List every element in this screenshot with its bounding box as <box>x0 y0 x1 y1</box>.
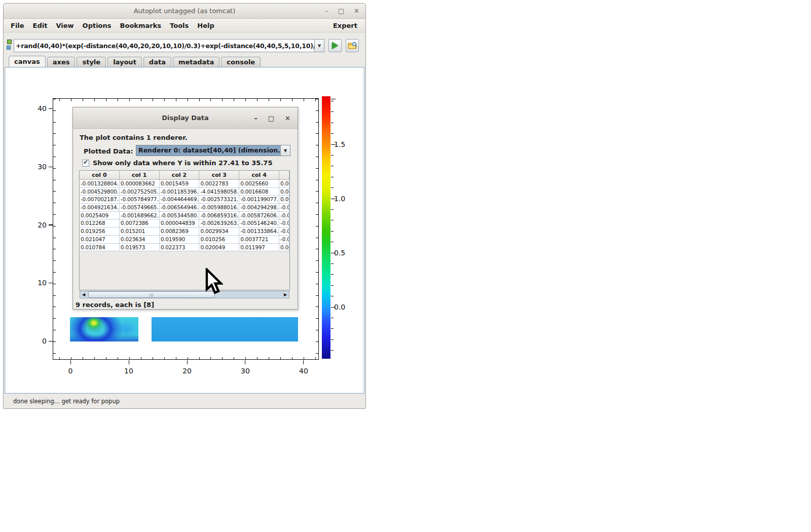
table-cell: 0.012268 <box>80 219 120 227</box>
check-icon: ✔ <box>83 159 88 166</box>
table-row[interactable]: -0.004921634...-0.005749665...-0.0065649… <box>80 204 289 212</box>
uri-input[interactable]: +rand(40,40)*(exp(-distance(40,40,20,20,… <box>14 39 315 52</box>
table-cell: 0.021047 <box>80 236 120 244</box>
menu-item-bookmarks[interactable]: Bookmarks <box>120 22 162 29</box>
data-table: col 0col 1col 2col 3col 4 -0.001328804..… <box>79 170 290 290</box>
scroll-thumb[interactable] <box>88 291 215 298</box>
filter-label: Show only data where Y is within 27.41 t… <box>93 159 272 167</box>
table-row[interactable]: 0.0107840.0195730.0223730.0200490.011997… <box>80 244 289 252</box>
heatmap-fragment-right <box>152 317 298 341</box>
scroll-left-button[interactable]: ◀ <box>80 291 87 298</box>
table-cell: 0.011997 <box>239 244 279 252</box>
expert-toggle[interactable]: Expert <box>333 22 357 29</box>
menu-item-tools[interactable]: Tools <box>170 22 189 29</box>
chevron-down-icon: ▼ <box>318 44 321 48</box>
table-header-cell[interactable]: col 1 <box>120 171 160 180</box>
tab-console[interactable]: console <box>221 57 261 67</box>
table-cell: 0.0016608 <box>239 188 279 196</box>
table-cell: -0.0 <box>279 227 289 236</box>
menu-item-edit[interactable]: Edit <box>33 22 48 29</box>
table-cell: 0.00 <box>279 188 289 196</box>
menu-item-file[interactable]: File <box>11 22 24 29</box>
x-axis-tick-label: 20 <box>182 367 192 375</box>
scroll-track[interactable] <box>87 291 282 298</box>
table-cell: 0.000083662 <box>120 180 160 188</box>
scroll-right-button[interactable]: ▶ <box>282 291 289 298</box>
table-cell: 0.010784 <box>80 244 120 252</box>
dialog-close-icon[interactable]: ✕ <box>285 115 290 122</box>
table-row[interactable]: -0.004529800...-0.002752505...-0.0011853… <box>80 188 289 196</box>
table-header-cell[interactable]: col 2 <box>160 171 200 180</box>
table-header-cell[interactable]: col 4 <box>239 171 279 180</box>
uri-text: +rand(40,40)*(exp(-distance(40,40,20,20,… <box>16 42 315 50</box>
menu-item-help[interactable]: Help <box>197 22 214 29</box>
plotted-data-label: Plotted Data: <box>84 147 133 155</box>
scroll-right-icon: ▶ <box>284 292 287 297</box>
plotted-data-value: Renderer 0: dataset[40,40] (dimension... <box>136 145 280 156</box>
table-row[interactable]: 0.0192560.0152010.00823690.0029934-0.001… <box>80 227 289 236</box>
table-row[interactable]: 0.0122680.00723860.000044839-0.002639263… <box>80 219 289 227</box>
display-data-dialog: Display Data – □ ✕ The plot contains 1 r… <box>72 107 298 310</box>
tab-style[interactable]: style <box>77 57 106 67</box>
x-axis-tick-label: 40 <box>299 367 308 375</box>
inspect-uri-button[interactable] <box>346 39 359 52</box>
table-cell: 0.022373 <box>160 244 200 252</box>
table-row[interactable]: -0.001328804...0.0000836620.00154590.002… <box>80 180 289 188</box>
table-cell: -0.005146240... <box>239 219 279 227</box>
close-icon[interactable]: ✕ <box>354 4 359 19</box>
table-row[interactable]: -0.007002187...-0.005784977...-0.0044644… <box>80 196 289 204</box>
table-body: -0.001328804...0.0000836620.00154590.002… <box>80 180 289 251</box>
table-row[interactable]: 0.0210470.0236340.0195900.0102560.003772… <box>80 236 289 244</box>
dialog-titlebar[interactable]: Display Data – □ ✕ <box>73 107 298 129</box>
table-cell: -0.005784977... <box>120 196 160 204</box>
canvas-panel: 010203040 403020100 1.51.00.50.0 Display… <box>5 67 364 394</box>
table-cell: 0.0082369 <box>160 227 200 236</box>
maximize-icon[interactable]: □ <box>338 4 344 19</box>
minimize-icon[interactable]: – <box>325 4 328 19</box>
play-icon <box>332 42 338 49</box>
dialog-minimize-icon[interactable]: – <box>254 115 257 122</box>
y-axis-tick-label: 40 <box>33 104 47 112</box>
titlebar[interactable]: Autoplot untagged (as tomcat) – □ ✕ <box>4 4 365 19</box>
table-cell: -0.001185396... <box>160 188 200 196</box>
table-header-cell[interactable]: col 0 <box>80 171 120 180</box>
plotted-data-combobox[interactable]: Renderer 0: dataset[40,40] (dimension...… <box>136 145 290 156</box>
table-cell: 0.015201 <box>120 227 160 236</box>
tab-canvas[interactable]: canvas <box>9 56 46 67</box>
tab-axes[interactable]: axes <box>47 57 76 67</box>
table-cell: 0.020049 <box>199 244 239 252</box>
statusbar: done sleeping... get ready for popup <box>4 394 365 408</box>
table-cell: 0.010256 <box>199 236 239 244</box>
menu-item-options[interactable]: Options <box>83 22 112 29</box>
status-text: done sleeping... get ready for popup <box>13 398 120 405</box>
table-cell: 0.019256 <box>80 227 120 236</box>
scroll-grip-icon <box>150 293 154 297</box>
table-cell: 0.00 <box>279 180 289 188</box>
table-header-cell[interactable] <box>279 171 289 180</box>
table-cell: -0.001199077... <box>239 196 279 204</box>
menu-item-view[interactable]: View <box>56 22 73 29</box>
tab-metadata[interactable]: metadata <box>173 57 219 67</box>
filter-checkbox[interactable]: ✔ <box>82 160 89 167</box>
table-cell: 0.0015459 <box>160 180 200 188</box>
h-scrollbar[interactable]: ◀ ▶ <box>80 291 289 298</box>
table-cell: -0.001689662... <box>120 212 160 220</box>
go-button[interactable] <box>328 39 342 52</box>
y-axis-tick-label: 10 <box>33 279 47 287</box>
menubar: FileEditViewOptionsBookmarksToolsHelp Ex… <box>4 19 365 32</box>
uri-dropdown-button[interactable]: ▼ <box>315 39 324 52</box>
dialog-maximize-icon[interactable]: □ <box>268 115 274 122</box>
table-cell: -0.006859316... <box>199 212 239 220</box>
combo-chevron-down-icon: ▼ <box>280 145 290 156</box>
table-cell: -0.0 <box>279 204 289 212</box>
renderer-count-text: The plot contains 1 renderer. <box>80 134 188 141</box>
table-row[interactable]: 0.0025409-0.001689662...-0.005344580...-… <box>80 212 289 220</box>
records-count-text: 9 records, each is [8] <box>76 301 154 309</box>
table-header-cell[interactable]: col 3 <box>199 171 239 180</box>
table-cell: 0.000044839 <box>160 219 200 227</box>
table-cell: 0.0025660 <box>239 180 279 188</box>
colorbar-major-ticks <box>331 96 336 359</box>
colorbar-tick-label: 1.0 <box>334 195 345 203</box>
tab-data[interactable]: data <box>143 57 171 67</box>
tab-layout[interactable]: layout <box>107 57 142 67</box>
